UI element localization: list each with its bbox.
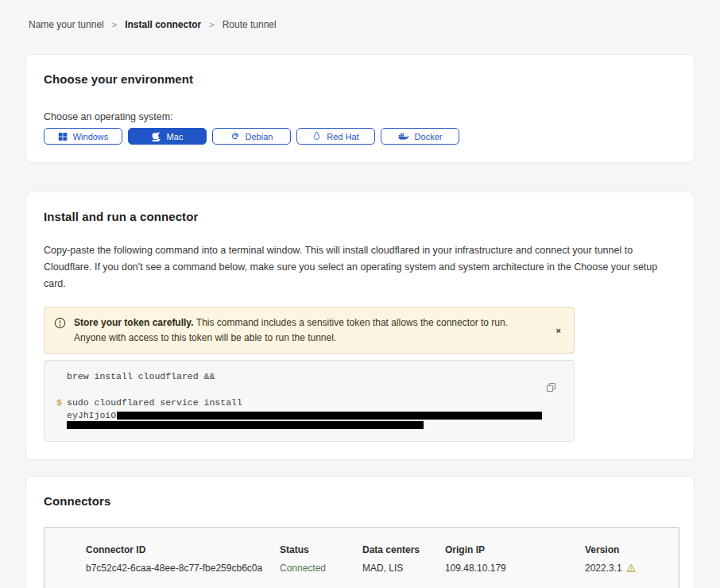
warning-triangle-icon [626,563,636,573]
redhat-icon [312,131,321,141]
install-description: Copy-paste the following command into a … [44,242,676,292]
os-button-label: Red Hat [327,132,358,141]
column-header-origin-ip: Origin IP [445,544,585,555]
os-button-redhat[interactable]: Red Hat [296,128,375,145]
docker-icon [398,132,409,141]
connectors-table: Connector ID Status Data centers Origin … [44,527,679,588]
tunnel-setup-page: Name your tunnel > Install connector > R… [0,0,720,588]
terminal-command-text: sudo cloudflared service install [67,398,242,408]
connectors-table-header: Connector ID Status Data centers Origin … [86,544,679,555]
os-button-label: Debian [246,132,273,141]
terminal-prompt: $ [56,398,67,408]
windows-icon [58,132,68,141]
apple-icon [152,131,161,141]
environment-card-title: Choose your environment [44,72,676,86]
data-centers-value: MAD, LIS [362,563,445,574]
table-row[interactable]: b7c52c42-6caa-48ee-8c77-fbe259cb6c0a Con… [86,563,679,574]
install-card-title: Install and run a connector [44,210,676,223]
breadcrumb-separator: > [209,20,214,29]
token-warning-title: Store your token carefully. [74,317,196,328]
column-header-status: Status [280,544,362,555]
os-button-label: Windows [73,132,109,141]
breadcrumb-step-install-connector[interactable]: Install connector [125,19,201,30]
os-button-label: Mac [167,132,184,141]
debian-icon [230,132,240,141]
copy-command-button[interactable] [546,382,556,395]
os-button-label: Docker [415,132,443,141]
version-value: 2022.3.1 [585,563,622,574]
terminal-token-line-1: eyJhIjoiO [56,411,542,420]
redacted-token-bar [67,421,424,429]
terminal-gutter [56,372,67,381]
terminal-line-sudo: $ sudo cloudflared service install [56,398,542,408]
os-button-windows[interactable]: Windows [44,128,122,145]
origin-ip-value: 109.48.10.179 [445,563,585,574]
token-warning-banner: Store your token carefully. This command… [44,307,575,354]
breadcrumb-step-name-your-tunnel[interactable]: Name your tunnel [29,19,104,30]
breadcrumb: Name your tunnel > Install connector > R… [29,19,695,30]
choose-environment-card: Choose your environment Choose an operat… [25,54,695,163]
column-header-version: Version [585,544,679,555]
token-warning-text: Store your token carefully. This command… [74,315,545,345]
connectors-card-title: Connectors [44,494,676,508]
terminal-token-line-2 [56,421,542,429]
breadcrumb-separator: > [112,20,117,29]
os-button-group: Windows Mac Debian Red Hat [44,128,676,145]
os-button-mac[interactable]: Mac [128,128,207,145]
terminal-line-brew: brew install cloudflared && [56,372,542,381]
os-select-label: Choose an operating system: [44,111,676,122]
column-header-connector-id: Connector ID [86,544,280,555]
terminal-command-text: brew install cloudflared && [67,372,215,381]
install-command-terminal: brew install cloudflared && $ sudo cloud… [44,360,575,442]
token-prefix-text: eyJhIjoiO [67,411,116,420]
column-header-data-centers: Data centers [362,544,445,555]
connector-id-value: b7c52c42-6caa-48ee-8c77-fbe259cb6c0a [86,563,280,574]
os-button-docker[interactable]: Docker [381,128,459,145]
connectors-card: Connectors Connector ID Status Data cent… [25,476,695,588]
copy-icon [546,383,556,395]
status-badge: Connected [280,563,362,574]
os-button-debian[interactable]: Debian [212,128,291,145]
install-connector-card: Install and run a connector Copy-paste t… [25,191,695,460]
breadcrumb-step-route-tunnel[interactable]: Route tunnel [223,19,277,30]
redacted-token-bar [117,412,542,420]
info-circle-icon [54,317,66,332]
close-icon[interactable]: × [553,324,564,337]
